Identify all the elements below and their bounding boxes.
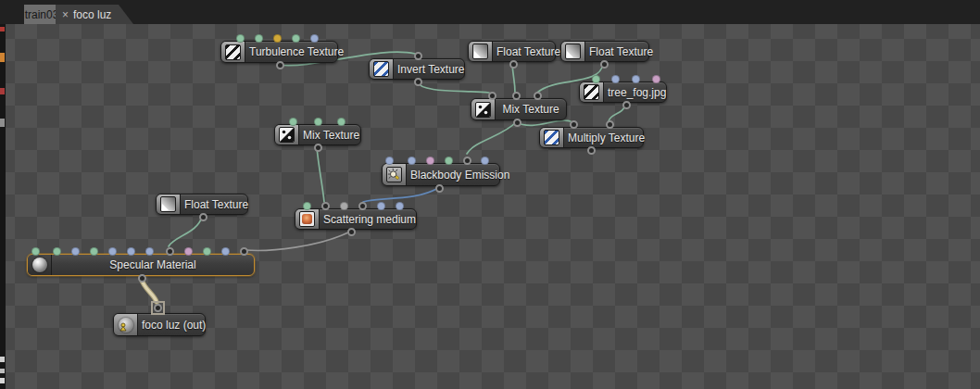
input-pin-green[interactable] xyxy=(314,118,322,126)
node-float-texture-1[interactable]: Float Texture xyxy=(468,41,556,62)
texture-stripes-blue-icon xyxy=(370,59,394,79)
input-pin-hollow[interactable] xyxy=(463,157,471,165)
input-pin-green[interactable] xyxy=(203,247,211,256)
output-pin[interactable] xyxy=(414,78,422,86)
input-pin-green[interactable] xyxy=(292,34,300,43)
input-pin-green[interactable] xyxy=(592,75,600,83)
input-pin-blue[interactable] xyxy=(396,202,404,210)
input-pin-green[interactable] xyxy=(255,34,263,43)
input-pin-pink[interactable] xyxy=(184,247,193,256)
input-pin-green[interactable] xyxy=(53,247,61,256)
input-pin-gray[interactable] xyxy=(340,202,348,210)
tab-train03[interactable]: train03 xyxy=(24,5,59,24)
texture-stripes-black-icon xyxy=(580,82,604,102)
input-pin-hollow[interactable] xyxy=(570,120,578,129)
tab-bar: train03 × foco luz xyxy=(0,0,980,24)
panel-edge-fragment xyxy=(0,369,5,373)
node-label: foco luz (out) xyxy=(138,314,209,335)
input-pin-green[interactable] xyxy=(31,247,40,256)
input-pin-hollow[interactable] xyxy=(166,247,174,256)
node-label: Scattering medium xyxy=(320,209,420,229)
input-pin-yellow[interactable] xyxy=(273,34,282,43)
input-pin-blue[interactable] xyxy=(377,202,385,210)
input-pin-blue[interactable] xyxy=(127,247,135,256)
input-pin-hollow[interactable] xyxy=(414,52,422,60)
panel-edge-fragment xyxy=(0,53,5,62)
scatter-orange-icon xyxy=(295,209,320,229)
nodes-layer: Turbulence TextureInvert TextureFloat Te… xyxy=(0,0,980,389)
node-label: Multiply Texture xyxy=(564,128,648,147)
input-pin-hollow[interactable] xyxy=(358,202,367,210)
panel-edge-fragment xyxy=(0,357,5,362)
output-pin[interactable] xyxy=(276,61,284,69)
input-pin-green[interactable] xyxy=(90,247,98,256)
input-pin-hollow[interactable] xyxy=(240,247,248,256)
input-pin-blue[interactable] xyxy=(145,247,154,256)
input-pin-hollow[interactable] xyxy=(488,92,496,100)
output-pin[interactable] xyxy=(587,146,596,155)
input-pin-pink[interactable] xyxy=(652,75,660,83)
node-blackbody-emission[interactable]: Blackbody Emission xyxy=(382,163,500,186)
input-pin-green[interactable] xyxy=(337,118,346,126)
input-pin-green[interactable] xyxy=(303,202,311,210)
node-multiply-texture[interactable]: Multiply Texture xyxy=(539,127,644,148)
node-label: Mix Texture xyxy=(496,99,566,119)
node-float-texture-3[interactable]: Float Texture xyxy=(156,194,248,215)
output-pin[interactable] xyxy=(138,274,146,282)
node-invert-texture[interactable]: Invert Texture xyxy=(369,58,465,80)
input-pin-green[interactable] xyxy=(289,118,297,126)
input-pin-hollow[interactable] xyxy=(512,92,521,100)
input-pin-blue[interactable] xyxy=(108,247,117,256)
input-pin-hollow[interactable] xyxy=(534,92,542,100)
node-tree-fog-jpg[interactable]: tree_fog.jpg xyxy=(579,82,667,103)
output-pin[interactable] xyxy=(622,101,631,109)
output-pin[interactable] xyxy=(513,119,521,127)
input-pin-hollow[interactable] xyxy=(321,202,330,210)
node-label: Blackbody Emission xyxy=(407,164,513,185)
input-pin-blue[interactable] xyxy=(481,157,489,165)
node-float-texture-2[interactable]: Float Texture xyxy=(560,41,649,62)
mix-bw-icon xyxy=(471,99,496,119)
specular-sphere-icon xyxy=(28,255,52,275)
texture-stripes-blue-icon xyxy=(540,128,564,147)
node-label: Turbulence Texture xyxy=(245,42,347,62)
input-pin-hollow[interactable] xyxy=(606,120,614,129)
output-pin[interactable] xyxy=(314,144,322,152)
node-specular-material[interactable]: Specular Material xyxy=(27,254,255,276)
close-tab-icon[interactable]: × xyxy=(62,9,69,20)
tab-label: train03 xyxy=(25,8,59,21)
mix-bw-icon xyxy=(275,125,299,144)
node-label: Float Texture xyxy=(585,42,657,61)
node-mix-texture-2[interactable]: Mix Texture xyxy=(274,124,361,145)
node-label: Mix Texture xyxy=(299,125,363,144)
node-turbulence-texture[interactable]: Turbulence Texture xyxy=(220,41,338,63)
input-pin-blue[interactable] xyxy=(611,75,620,83)
texture-stripes-black-icon xyxy=(221,42,245,62)
node-label: Invert Texture xyxy=(394,59,468,79)
input-pin-blue[interactable] xyxy=(71,247,80,256)
node-label: Specular Material xyxy=(52,255,254,275)
input-pin-pink[interactable] xyxy=(426,157,434,165)
panel-edge-fragment xyxy=(0,378,5,383)
output-pin[interactable] xyxy=(347,228,356,236)
input-pin-green[interactable] xyxy=(236,34,245,43)
input-pin-blue[interactable] xyxy=(408,157,416,165)
node-scattering-medium[interactable]: Scattering medium xyxy=(295,208,417,230)
output-pin[interactable] xyxy=(509,60,518,69)
float-ramp-icon xyxy=(157,194,181,214)
node-foco-luz-out[interactable]: foco luz (out) xyxy=(113,313,206,336)
output-pin[interactable] xyxy=(435,184,444,193)
tab-foco-luz[interactable]: × foco luz xyxy=(56,5,133,24)
node-editor-window: train03 × foco luz Turbulence TextureInv… xyxy=(0,0,980,389)
output-sphere-icon xyxy=(114,314,138,335)
input-pin-blue[interactable] xyxy=(385,157,394,165)
output-pin[interactable] xyxy=(600,60,609,69)
node-mix-texture-1[interactable]: Mix Texture xyxy=(471,98,567,120)
input-pin-blue[interactable] xyxy=(310,34,319,43)
tab-label: foco luz xyxy=(73,8,111,21)
input-pin-blue[interactable] xyxy=(221,247,230,256)
input-pin-green[interactable] xyxy=(445,157,453,165)
input-pin[interactable] xyxy=(154,304,162,312)
output-pin[interactable] xyxy=(199,213,207,221)
input-pin-blue[interactable] xyxy=(632,75,640,83)
